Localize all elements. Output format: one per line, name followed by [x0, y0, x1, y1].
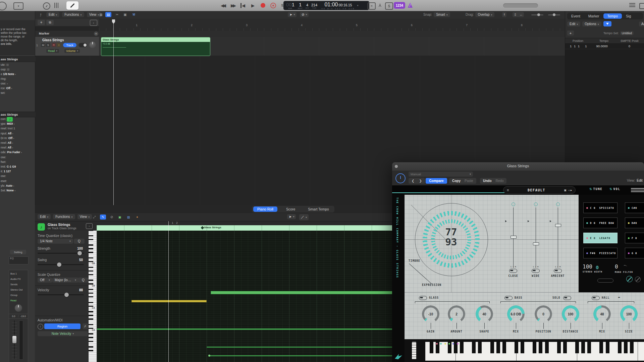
pointer-tool-selector[interactable]: ➤▾	[288, 12, 297, 17]
add-track-button[interactable]: +	[38, 20, 45, 25]
scale-type-select[interactable]: Major (lo…▾	[52, 278, 78, 283]
editor-midi-in-icon[interactable]: ▣	[117, 215, 123, 220]
articulation-g0[interactable]: G 0	[625, 248, 644, 258]
black-key[interactable]	[460, 342, 464, 353]
tab-signature[interactable]: Sig	[622, 13, 635, 19]
tab-score[interactable]: Score	[282, 206, 299, 212]
track-automation-mode[interactable]: Read▾	[46, 49, 59, 53]
preset-save-icon[interactable]: ▣	[564, 189, 567, 192]
tab-piano-roll[interactable]: Piano Roll	[253, 206, 277, 212]
bar-ruler[interactable]: 123456789	[99, 19, 565, 31]
time-quantize-q-button[interactable]: Q	[74, 239, 85, 244]
midi-note-line-1[interactable]	[97, 328, 427, 330]
tempo-edit-menu[interactable]: Edit▾	[567, 21, 580, 26]
vertical-zoom-slider[interactable]	[531, 14, 543, 15]
secondary-tool-selector[interactable]: ⊘▾	[300, 12, 309, 17]
tab-smart-tempo[interactable]: Smart Tempo	[304, 206, 333, 212]
black-key[interactable]	[618, 342, 622, 353]
channel-pan-value[interactable]: 0.0	[9, 315, 18, 317]
black-key[interactable]	[557, 342, 561, 353]
section-toggle-glass[interactable]	[419, 296, 427, 300]
capture-record-button[interactable]	[269, 2, 277, 9]
lcd-display[interactable]: 001 BAR 1BEAT 4DIV 214TICK 01:00:00:16.1…	[283, 1, 369, 10]
stereo-width-control[interactable]: 100 (()) STEREO WIDTH	[583, 263, 602, 273]
editor-region-strip[interactable]: Glass Strings	[97, 225, 392, 231]
rewind-button[interactable]: ◀◀	[219, 2, 227, 9]
scissors-tool-icon[interactable]: ✂	[114, 12, 120, 17]
black-key[interactable]	[430, 342, 433, 353]
fader-handle-wide[interactable]	[533, 242, 539, 245]
metronome-icon[interactable]	[408, 3, 413, 8]
master-volume-slider[interactable]	[503, 3, 538, 8]
region-inspector-header[interactable]: ass Strings	[0, 56, 36, 62]
plugin-undo-button[interactable]: Undo	[483, 179, 492, 183]
tab-tempo[interactable]: Tempo	[603, 13, 622, 19]
horizontal-zoom-icon[interactable]: ↔	[519, 13, 523, 16]
inspector-row[interactable]: ose:	[1, 155, 6, 160]
plugin-copy-button[interactable]: Copy	[452, 179, 461, 183]
fast-forward-button[interactable]: ▶▶	[229, 2, 237, 9]
monitor-icon[interactable]	[0, 2, 7, 10]
horizontal-zoom-slider[interactable]	[548, 14, 560, 15]
editor-scale-icon[interactable]: ▤	[125, 215, 131, 220]
track-on-toggle[interactable]	[78, 43, 87, 47]
inspector-row[interactable]: e 1/8 Note ▾	[1, 72, 16, 76]
editor-brush-icon[interactable]: ✦	[134, 215, 140, 220]
track-solo-button[interactable]: S	[46, 43, 50, 47]
regions-view-icon[interactable]: ▤	[105, 12, 111, 17]
glue-tool-icon[interactable]: ▣	[122, 12, 128, 17]
scale-root-select[interactable]: Off▾	[38, 278, 52, 283]
solo-icon[interactable]: S	[385, 2, 393, 10]
track-pan-knob[interactable]	[89, 42, 96, 48]
plugin-titlebar[interactable]: Glass Strings	[392, 162, 644, 171]
fader-handle-ambient[interactable]	[555, 224, 561, 227]
mute-bypass-icon[interactable]	[635, 277, 641, 282]
preset-prev-icon[interactable]: ◃	[568, 189, 570, 192]
fader-sm-toggle[interactable]	[532, 269, 540, 273]
tempo-set-select[interactable]: Untitled	[620, 31, 634, 35]
record-button[interactable]	[259, 2, 267, 9]
plugin-view-select[interactable]: View:Edit	[627, 179, 643, 182]
pitch-wheel-pill[interactable]	[597, 279, 613, 283]
preset-next-icon[interactable]: ▸	[571, 189, 572, 192]
piano-keys-column[interactable]: C6C5C4C3	[88, 231, 97, 362]
black-key[interactable]	[515, 342, 518, 353]
black-key[interactable]	[587, 342, 591, 353]
tab-event[interactable]: Event	[567, 13, 584, 19]
mono-filter-control[interactable]: 0 ⌒ MONO FILTER	[615, 263, 633, 274]
black-key[interactable]	[496, 342, 500, 353]
hall-arrows-icon[interactable]: ◂▸	[618, 296, 620, 299]
inspector-row[interactable]: con: ♪	[1, 117, 13, 121]
editor-menu-edit[interactable]: Edit▾	[38, 214, 51, 219]
velocity-slider[interactable]	[38, 294, 84, 295]
keyboard-scroll-thumb[interactable]	[412, 342, 416, 359]
editor-pointer-tool[interactable]: ➤▾	[287, 214, 296, 219]
tune-control[interactable]: ⇅TUNE	[589, 187, 602, 191]
inspector-row[interactable]: ode: Pre Fader ▾	[1, 150, 22, 155]
fader-top-dot[interactable]	[534, 202, 538, 206]
inspector-row[interactable]: ose:	[1, 174, 6, 178]
inspector-row[interactable]: Set: None ▾	[1, 188, 15, 193]
lcd-chevron-icon[interactable]: ▾	[357, 4, 358, 7]
editor-pencil-icon[interactable]: ✎	[100, 215, 106, 220]
automation-param-select[interactable]: Note Velocity▾	[38, 331, 88, 336]
drag-menu[interactable]: Drag: Overlap▾	[466, 12, 494, 17]
inspector-row[interactable]: ring:	[1, 77, 6, 81]
black-key[interactable]	[502, 342, 506, 353]
wrench-tool-icon[interactable]: ⚒	[131, 12, 137, 17]
black-key[interactable]	[478, 342, 482, 353]
editor-menu-functions[interactable]: Functions▾	[53, 214, 75, 219]
plugin-compare-button[interactable]: Compare	[426, 178, 447, 184]
editor-zoom-icon[interactable]: ▪	[86, 223, 93, 229]
add-marker-button[interactable]: +	[94, 32, 98, 36]
plugin-paste-button[interactable]: Paste	[465, 179, 473, 183]
mixer-icon[interactable]	[54, 3, 58, 8]
fader-track-wide[interactable]	[536, 207, 536, 268]
white-key[interactable]	[638, 342, 644, 361]
inspector-row[interactable]: nnel: All ▾	[1, 145, 13, 150]
articulation-c0[interactable]: C#0	[625, 202, 644, 213]
plugin-prev-next[interactable]: ❮❯	[409, 178, 425, 184]
channel-volume-value[interactable]: -19.0	[18, 315, 28, 317]
channel-setting-button[interactable]: Setting	[10, 250, 26, 254]
channel-slot-group[interactable]: Group	[10, 294, 17, 297]
